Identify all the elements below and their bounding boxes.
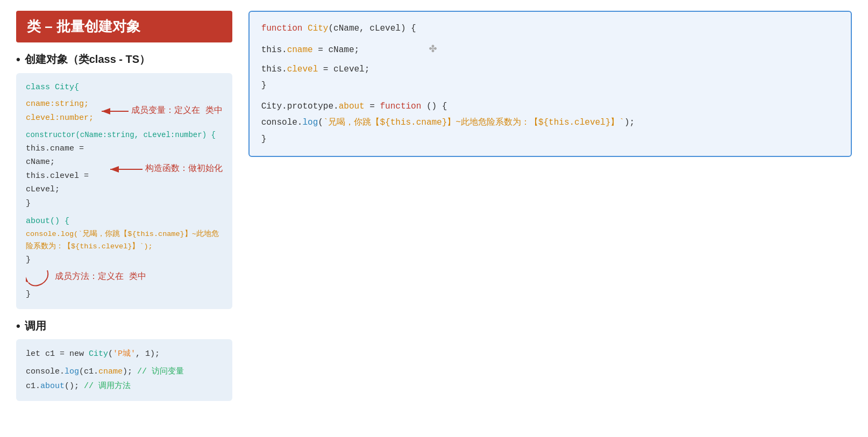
bottom-code-block: let c1 = new City('P城', 1); console.log(…	[16, 339, 232, 401]
right-code-line7: }	[261, 131, 839, 147]
code-member2: clevel:number;	[26, 111, 94, 125]
member-annotation: 成员变量：定义在 类中	[131, 104, 223, 118]
method-arrow-icon	[26, 268, 53, 286]
title-box: 类 – 批量创建对象	[16, 11, 232, 42]
method-annotation: 成员方法：定义在 类中	[55, 270, 146, 284]
bottom-code-line3: c1.about(); // 调用方法	[26, 379, 223, 393]
code-member1: cname:string;	[26, 97, 94, 111]
right-code-line2: this.cname = cName; ✤	[261, 37, 839, 61]
code-this1: this.cname = cName;	[26, 142, 103, 169]
constructor-arrow-icon	[108, 164, 145, 175]
member-arrow-icon	[99, 106, 131, 117]
bullet2-label: 调用	[25, 319, 46, 333]
bullet1-item: • 创建对象（类class - TS）	[16, 52, 232, 68]
code-console-line: console.log(`兄喝，你跳【${this.cname}】~此地危险系数…	[26, 228, 223, 253]
right-code-line6: console.log(`兄喝，你跳【${this.cname}】~此地危险系数…	[261, 114, 839, 131]
bullet1-dot: •	[16, 52, 20, 68]
left-panel: 类 – 批量创建对象 • 创建对象（类class - TS） class Cit…	[16, 11, 232, 401]
bullet2-dot: •	[16, 319, 20, 334]
bottom-code-line1: let c1 = new City('P城', 1);	[26, 347, 223, 361]
right-code-box: function City(cName, cLevel) { this.cnam…	[248, 11, 852, 157]
constructor-annotation: 构造函数：做初始化	[145, 162, 223, 176]
right-code-line4: }	[261, 77, 839, 94]
bullet1-label: 创建对象（类class - TS）	[25, 52, 150, 66]
right-panel: function City(cName, cLevel) { this.cnam…	[248, 11, 852, 157]
code-close1: }	[26, 197, 223, 211]
code-about-sig: about() {	[26, 214, 223, 228]
right-code-line3: this.clevel = cLevel;	[261, 61, 839, 77]
bottom-code-line2: console.log(c1.cname); // 访问变量	[26, 364, 223, 379]
class-code-block: class City{ cname:string; clevel:number;	[16, 73, 232, 309]
main-layout: 类 – 批量创建对象 • 创建对象（类class - TS） class Cit…	[16, 11, 852, 401]
code-close2: }	[26, 253, 223, 267]
code-constructor-sig: constructor(cName:string, cLevel:number)…	[26, 129, 223, 142]
code-this2: this.clevel = cLevel;	[26, 169, 103, 197]
right-code-line1: function City(cName, cLevel) {	[261, 20, 839, 37]
bullet2-item: • 调用	[16, 319, 232, 334]
compass-icon: ✤	[429, 41, 437, 56]
code-close3: }	[26, 288, 223, 302]
right-code-line5: City.prototype.about = function () {	[261, 98, 839, 114]
code-class-header: class City{	[26, 81, 79, 95]
